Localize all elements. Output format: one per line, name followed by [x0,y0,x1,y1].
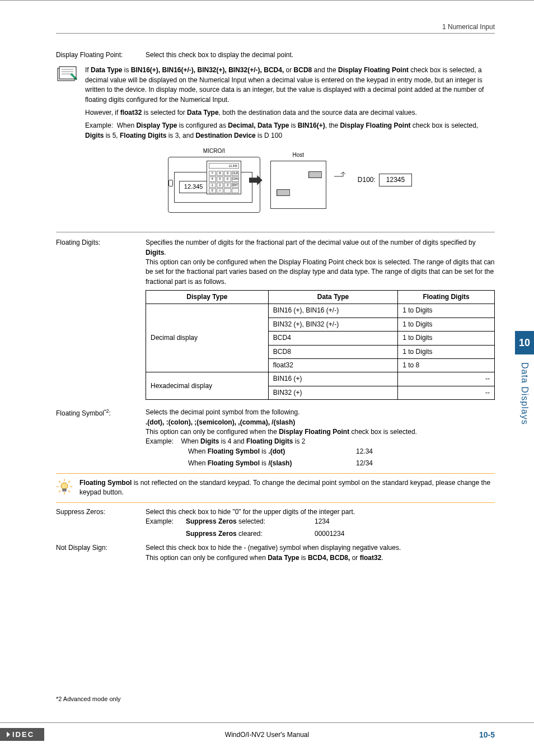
floating-symbol-p2: This option can only be configured when … [146,427,495,437]
not-display-sign-p1: Select this check box to hide the - (neg… [146,543,495,553]
suppress-zeros-desc: Select this check box to hide "0" for th… [146,507,495,517]
page-content: Display Floating Point: Select this chec… [56,50,495,563]
note1-p1: If Data Type is BIN16(+), BIN16(+/-), BI… [85,66,495,105]
header-section: 1 Numerical Input [56,23,495,31]
label-floating-symbol: Floating Symbol*2: [56,408,146,468]
label-suppress-zeros: Suppress Zeros: [56,507,146,539]
diagram-host-box [270,161,326,209]
link-line-icon [334,172,350,189]
divider [56,232,495,232]
lightbulb-icon [56,478,73,498]
svg-line-10 [68,491,70,492]
svg-line-9 [59,481,60,483]
header-rule [56,33,495,34]
example-label: Example: [146,517,186,526]
table-row: Hexadecimal display BIN16 (+)-- [146,372,495,386]
page-number: 10-5 [479,730,495,739]
brand-badge: IDEC [0,728,44,741]
note1-p2: However, if float32 is selected for Data… [85,108,495,118]
chapter-tab: 10 Data Displays [515,331,534,443]
desc-display-floating-point: Select this check box to display the dec… [146,50,495,60]
diagram-keypad: 12.345 789CLR 456CAN 123ENT 0./- [207,161,241,194]
svg-point-13 [61,483,68,489]
label-display-floating-point: Display Floating Point: [56,50,146,60]
floating-symbol-list: .(dot), :(colon), ;(semicolon), ,(comma)… [146,418,495,427]
floating-digits-p2: This option can only be configured when … [146,258,495,287]
not-display-sign-p2: This option can only be configured when … [146,553,495,563]
info-note-1: If Data Type is BIN16(+), BIN16(+/-), BI… [56,66,495,224]
tip-note: Floating Symbol is not reflected on the … [56,473,495,503]
svg-rect-14 [63,489,66,491]
th-floating-digits: Floating Digits [398,291,495,304]
diagram-host-label: Host [293,151,305,160]
footnote: *2 Advanced mode only [56,696,121,702]
svg-line-12 [59,491,60,492]
diagram-microi-value: 12.345 [179,181,208,193]
tip-text: Floating Symbol is not reflected on the … [79,478,495,498]
suppress-zeros-ex1-val: 1234 [315,517,382,526]
floating-digits-p1: Specifies the number of digits for the f… [146,238,495,258]
floating-symbol-ex1-val: 12.34 [356,447,401,456]
diagram-microi-label: MICRO/I [203,147,225,156]
label-floating-digits: Floating Digits: [56,238,146,400]
footer: IDEC WindO/I-NV2 User's Manual 10-5 [0,722,534,740]
diagram-keypad-display: 12.345 [209,163,239,169]
suppress-zeros-ex1: Suppress Zeros selected: [186,517,315,526]
th-display-type: Display Type [146,291,269,304]
floating-symbol-ex0: Example: When Digits is 4 and Floating D… [146,437,495,446]
chapter-number: 10 [515,331,534,354]
svg-line-11 [68,481,70,483]
floating-symbol-ex1: When Floating Symbol is .(dot) [188,447,356,456]
floating-symbol-ex2-val: 12/34 [356,459,401,468]
diagram-d-label: D100: [358,175,376,185]
suppress-zeros-ex2: Suppress Zeros cleared: [186,529,315,539]
diagram-keypad-grid: 789CLR 456CAN 123ENT 0./- [209,171,239,192]
chapter-title: Data Displays [519,362,530,425]
diagram-d-value: 12345 [379,174,412,186]
table-row: Decimal display BIN16 (+), BIN16 (+/-)1 … [146,304,495,318]
floating-symbol-ex2: When Floating Symbol is /(slash) [188,459,356,468]
note1-p3: Example: When Display Type is configured… [85,121,495,141]
th-data-type: Data Type [268,291,397,304]
suppress-zeros-ex2-val: 00001234 [315,529,382,539]
floating-symbol-p1: Selects the decimal point symbol from th… [146,408,495,417]
floating-digits-table: Display Type Data Type Floating Digits D… [146,290,495,400]
note-icon [56,66,78,87]
example-diagram: MICRO/I 12.345 12.345 789CLR 456CAN [85,146,495,214]
footer-title: WindO/I-NV2 User's Manual [225,731,309,739]
label-not-display-sign: Not Display Sign: [56,543,146,563]
